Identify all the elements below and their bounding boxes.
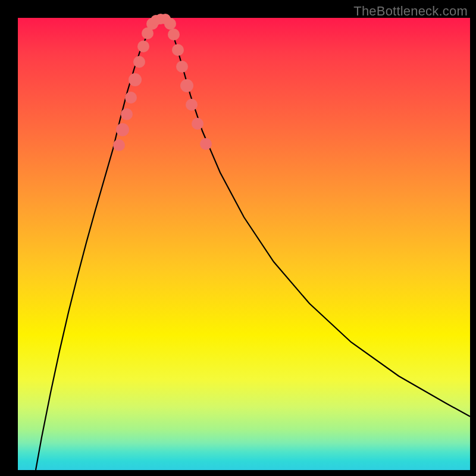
scatter-dot bbox=[116, 123, 129, 136]
scatter-dot bbox=[172, 44, 184, 56]
scatter-dots-group bbox=[113, 14, 212, 151]
bottleneck-curve-left bbox=[36, 20, 156, 470]
chart-svg bbox=[18, 18, 470, 470]
chart-plot-area bbox=[18, 18, 470, 470]
scatter-dot bbox=[192, 118, 203, 130]
scatter-dot bbox=[113, 139, 125, 151]
scatter-dot bbox=[164, 18, 176, 30]
scatter-dot bbox=[168, 29, 180, 40]
scatter-dot bbox=[186, 99, 198, 111]
scatter-dot bbox=[121, 108, 133, 120]
watermark-text: TheBottleneck.com bbox=[353, 4, 468, 19]
scatter-dot bbox=[180, 79, 193, 92]
scatter-dot bbox=[137, 40, 149, 52]
scatter-dot bbox=[133, 56, 145, 68]
scatter-dot bbox=[129, 73, 142, 86]
scatter-dot bbox=[125, 92, 137, 104]
scatter-dot bbox=[176, 61, 188, 73]
bottleneck-curve-right bbox=[168, 20, 470, 416]
scatter-dot bbox=[200, 138, 212, 150]
